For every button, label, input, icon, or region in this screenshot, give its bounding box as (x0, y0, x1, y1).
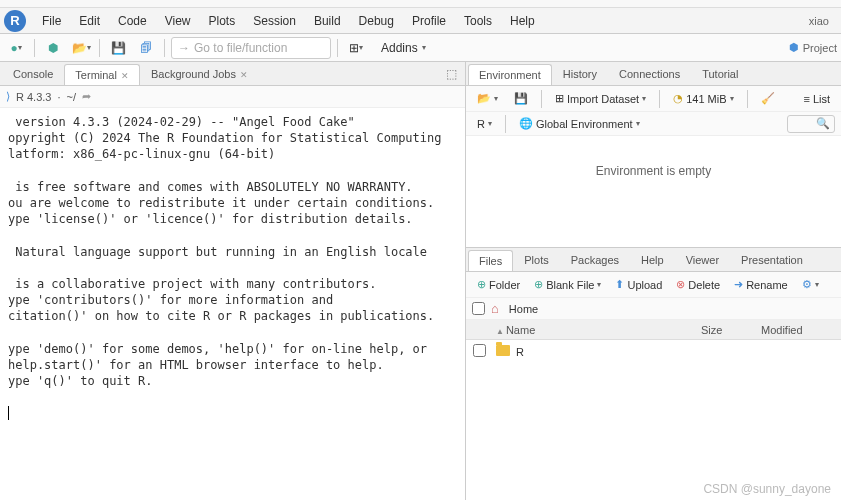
files-breadcrumb: ⌂ Home (466, 298, 841, 320)
watermark: CSDN @sunny_dayone (703, 482, 831, 496)
plus-folder-icon: ⊕ (477, 278, 486, 291)
header-modified[interactable]: Modified (761, 324, 841, 336)
select-all-checkbox[interactable] (472, 302, 485, 315)
delete-button[interactable]: ⊗Delete (671, 276, 725, 293)
project-icon: ⬢ (789, 41, 799, 54)
header-name[interactable]: ▲Name (492, 324, 701, 336)
rename-button[interactable]: ➜Rename (729, 276, 793, 293)
chevron-down-icon: ▾ (422, 43, 426, 52)
folder-icon (496, 345, 510, 356)
goto-placeholder: Go to file/function (194, 41, 287, 55)
delete-icon: ⊗ (676, 278, 685, 291)
grid-view-button[interactable]: ⊞▾ (344, 37, 368, 59)
files-header-row: ▲Name Size Modified (466, 320, 841, 340)
window-top-strip (0, 0, 841, 8)
header-size[interactable]: Size (701, 324, 761, 336)
menu-tools[interactable]: Tools (456, 10, 500, 32)
tab-help[interactable]: Help (630, 249, 675, 270)
files-pane: Files Plots Packages Help Viewer Present… (466, 248, 841, 500)
new-file-button[interactable]: ●▾ (4, 37, 28, 59)
console-output[interactable]: version 4.3.3 (2024-02-29) -- "Angel Foo… (0, 108, 465, 500)
arrow-right-icon: → (178, 41, 190, 55)
file-name: R (516, 346, 524, 358)
menu-profile[interactable]: Profile (404, 10, 454, 32)
files-tabbar: Files Plots Packages Help Viewer Present… (466, 248, 841, 272)
left-pane: Console Terminal✕ Background Jobs✕ ⬚ ⟩ R… (0, 62, 466, 500)
menu-debug[interactable]: Debug (351, 10, 402, 32)
chart-icon: ◔ (673, 92, 683, 105)
text-cursor (8, 406, 9, 420)
env-tabbar: Environment History Connections Tutorial (466, 62, 841, 86)
new-folder-button[interactable]: ⊕Folder (472, 276, 525, 293)
view-mode-list[interactable]: ≡ List (798, 91, 835, 107)
gear-icon: ⚙ (802, 278, 812, 291)
console-subbar: ⟩ R 4.3.3 · ~/ ➦ (0, 86, 465, 108)
tab-connections[interactable]: Connections (608, 63, 691, 84)
scope-dropdown[interactable]: 🌐 Global Environment ▾ (514, 115, 645, 132)
search-icon: 🔍 (816, 117, 830, 130)
save-all-button[interactable]: 🗐 (134, 37, 158, 59)
sort-asc-icon: ▲ (496, 327, 504, 336)
project-selector[interactable]: ⬢ Project (789, 41, 837, 54)
tab-terminal[interactable]: Terminal✕ (64, 64, 140, 85)
tab-background-jobs[interactable]: Background Jobs✕ (140, 63, 259, 84)
open-file-button[interactable]: 📂▾ (69, 37, 93, 59)
save-button[interactable]: 💾 (106, 37, 130, 59)
r-prompt-icon: ⟩ (6, 90, 10, 103)
globe-icon: 🌐 (519, 117, 533, 130)
tab-files[interactable]: Files (468, 250, 513, 271)
env-search-input[interactable]: 🔍 (787, 115, 835, 133)
working-dir[interactable]: ~/ (67, 91, 76, 103)
save-workspace-button[interactable]: 💾 (509, 90, 533, 107)
import-icon: ⊞ (555, 92, 564, 105)
tab-history[interactable]: History (552, 63, 608, 84)
clear-workspace-button[interactable]: 🧹 (756, 90, 780, 107)
tab-environment[interactable]: Environment (468, 64, 552, 85)
maximize-pane-icon[interactable]: ⬚ (440, 67, 463, 81)
home-icon[interactable]: ⌂ (491, 301, 499, 316)
memory-usage[interactable]: ◔ 141 MiB ▾ (668, 90, 738, 107)
language-dropdown[interactable]: R ▾ (472, 116, 497, 132)
project-label: Project (803, 42, 837, 54)
import-dataset-button[interactable]: ⊞ Import Dataset ▾ (550, 90, 651, 107)
tab-viewer[interactable]: Viewer (675, 249, 730, 270)
more-button[interactable]: ⚙▾ (797, 276, 824, 293)
r-version-label: R 4.3.3 (16, 91, 51, 103)
row-checkbox[interactable] (473, 344, 486, 357)
addins-label: Addins (381, 41, 418, 55)
right-pane: Environment History Connections Tutorial… (466, 62, 841, 500)
console-tabbar: Console Terminal✕ Background Jobs✕ ⬚ (0, 62, 465, 86)
menu-view[interactable]: View (157, 10, 199, 32)
tab-plots[interactable]: Plots (513, 249, 559, 270)
menu-code[interactable]: Code (110, 10, 155, 32)
new-project-button[interactable]: ⬢ (41, 37, 65, 59)
file-row[interactable]: R (466, 340, 841, 362)
wd-picker-icon[interactable]: ➦ (82, 90, 91, 103)
load-workspace-button[interactable]: 📂▾ (472, 90, 503, 107)
tab-console[interactable]: Console (2, 63, 64, 84)
tab-tutorial[interactable]: Tutorial (691, 63, 749, 84)
tab-packages[interactable]: Packages (560, 249, 630, 270)
addins-dropdown[interactable]: Addins ▾ (372, 37, 435, 59)
main-split: Console Terminal✕ Background Jobs✕ ⬚ ⟩ R… (0, 62, 841, 500)
new-blank-file-button[interactable]: ⊕Blank File ▾ (529, 276, 606, 293)
main-toolbar: ●▾ ⬢ 📂▾ 💾 🗐 → Go to file/function ⊞▾ Add… (0, 34, 841, 62)
env-empty-message: Environment is empty (466, 136, 841, 247)
files-toolbar: ⊕Folder ⊕Blank File ▾ ⬆Upload ⊗Delete ➜R… (466, 272, 841, 298)
menu-plots[interactable]: Plots (201, 10, 244, 32)
goto-file-input[interactable]: → Go to file/function (171, 37, 331, 59)
user-label: xiao (801, 11, 837, 31)
menu-build[interactable]: Build (306, 10, 349, 32)
menu-edit[interactable]: Edit (71, 10, 108, 32)
close-icon[interactable]: ✕ (240, 70, 248, 80)
menu-file[interactable]: File (34, 10, 69, 32)
menu-help[interactable]: Help (502, 10, 543, 32)
upload-button[interactable]: ⬆Upload (610, 276, 667, 293)
crumb-home[interactable]: Home (509, 303, 538, 315)
close-icon[interactable]: ✕ (121, 71, 129, 81)
env-toolbar: 📂▾ 💾 ⊞ Import Dataset ▾ ◔ 141 MiB ▾ 🧹 ≡ … (466, 86, 841, 112)
menu-session[interactable]: Session (245, 10, 304, 32)
plus-file-icon: ⊕ (534, 278, 543, 291)
tab-presentation[interactable]: Presentation (730, 249, 814, 270)
rename-icon: ➜ (734, 278, 743, 291)
